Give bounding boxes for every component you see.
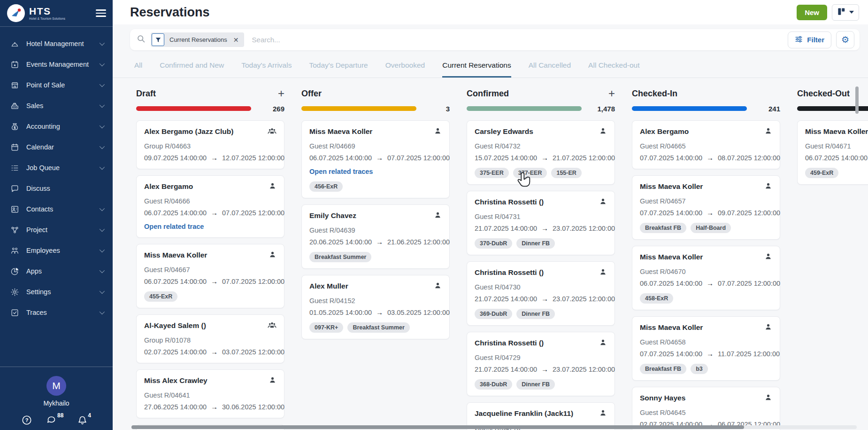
reservation-card[interactable]: Christina Rossetti ()Guest R/0472921.07.… [467,332,615,396]
arrow-right-icon: → [211,153,218,163]
reservation-card[interactable]: Christina Rossetti ()Guest R/0473121.07.… [467,191,615,255]
view-switcher-button[interactable] [832,4,859,21]
horizontal-scrollbar-thumb[interactable] [131,425,744,429]
tab-all[interactable]: All [134,61,142,78]
tag-badge: 458-ExR [640,293,673,304]
sidebar-item-calendar[interactable]: Calendar [0,137,113,157]
card-title: Miss Alex Crawley [144,376,207,385]
sidebar-item-settings[interactable]: Settings [0,281,113,302]
reservation-card[interactable]: Al-Kayed Salem ()Group R/0107802.07.2025… [136,314,284,363]
reservation-card[interactable]: Christina Rossetti ()Guest R/0473021.07.… [467,261,615,326]
person-icon [430,281,442,291]
chevron-down-icon [100,82,105,87]
sidebar-item-apps[interactable]: Apps [0,261,113,281]
reservation-card[interactable]: Miss Maeva KollerGuest R/0466706.07.2025… [136,244,284,308]
chevron-down-icon [100,206,105,211]
reservation-card[interactable]: Alex Bergamo (Jazz Club)Group R/0466309.… [136,120,284,169]
reservation-card[interactable]: Carsley EdwardsGuest R/0473215.07.2025 1… [467,120,615,185]
new-button[interactable]: New [797,5,827,20]
tab-current-reservations[interactable]: Current Reservations [442,61,511,78]
avatar[interactable]: M [46,376,66,396]
card-title: Miss Maeva Koller [144,250,207,259]
column-checked-out: Checked-OutMiss Maeva KollerGuest R/0467… [797,86,868,430]
tag-badge: Dinner FB [516,309,555,319]
tag-badge: Breakfast FB [640,223,686,233]
column-progress-bar[interactable] [467,106,582,111]
column-progress-bar[interactable] [632,106,747,111]
sidebar-item-job-queue[interactable]: Job Queue [0,157,113,178]
reservation-card[interactable]: Alex MullerGuest R/0415201.05.2025 14:00… [301,275,450,339]
reservation-card[interactable]: Alex BergamoGuest R/0466606.07.2025 14:0… [136,175,284,238]
card-title: Emily Chavez [309,211,356,220]
reservation-card[interactable]: Alex BergamoGuest R/0466507.07.2025 14:0… [632,120,780,169]
reservation-card[interactable]: Miss Maeva KollerGuest R/0467106.07.2025… [797,120,868,185]
add-card-button[interactable]: + [608,88,615,99]
open-related-trace-link[interactable]: Open related traces [309,167,442,176]
filter-button[interactable]: Filter [788,31,831,48]
notifications-icon[interactable]: 4 [77,415,91,425]
reservation-card[interactable]: Miss Maeva KollerGuest R/0467006.07.2025… [632,246,780,310]
help-icon[interactable]: ? [22,415,32,425]
arrow-right-icon: → [707,153,714,163]
card-title: Al-Kayed Salem () [144,321,206,330]
reservation-reference: Guest R/04669 [309,141,442,151]
tab-overbooked[interactable]: Overbooked [385,61,425,78]
sidebar-item-accounting[interactable]: Accounting [0,116,113,137]
tab-today-s-departure[interactable]: Today's Departure [309,61,368,78]
reservation-reference: Group R/04663 [144,141,277,151]
vertical-scrollbar-thumb[interactable] [855,86,859,114]
chip-close-icon[interactable]: ✕ [232,36,243,44]
group-icon [264,127,277,137]
sidebar-item-point-of-sale[interactable]: Point of Sale [0,75,113,95]
person-icon [595,127,607,137]
reservation-card[interactable]: Miss Maeva KollerGuest R/0465707.07.2025… [632,175,780,240]
search-input[interactable] [252,36,788,44]
messages-icon[interactable]: 88 [46,415,63,425]
reservation-reference: Guest R/04666 [144,196,277,206]
card-list: Alex Bergamo (Jazz Club)Group R/0466309.… [136,120,284,430]
tab-all-cancelled[interactable]: All Cancelled [529,61,571,78]
reservation-card[interactable]: Sonny HayesGuest R/0464502.07.2025 14:00… [632,387,780,430]
reservation-card[interactable]: Miss Alex CrawleyGuest R/0464127.06.2025… [136,369,284,418]
arrow-right-icon: → [541,224,548,233]
calendar-icon [10,142,19,152]
reservation-dates: 15.07.2025 14:00:00→21.07.2025 12:00:00 [475,153,607,163]
sidebar-item-sales[interactable]: Sales [0,95,113,116]
reservation-card[interactable]: Miss Maeva KollerGuest R/0466906.07.2025… [301,120,450,198]
chevron-down-icon [100,144,105,149]
add-card-button[interactable]: + [278,88,284,99]
column-progress-bar[interactable] [301,106,416,111]
sidebar-item-project[interactable]: Project [0,219,113,240]
tag-badge: Breakfast Summer [347,322,409,333]
tab-confirmed-and-new[interactable]: Confirmed and New [160,61,224,78]
sidebar-item-hotel-management[interactable]: Hotel Management [0,33,113,54]
reservation-card[interactable]: Emily ChavezGuest R/0463920.06.2025 14:0… [301,204,450,269]
column-header: Draft+ [136,86,284,101]
column-draft: Draft+269Alex Bergamo (Jazz Club)Group R… [136,86,284,430]
card-title: Alex Bergamo (Jazz Club) [144,127,233,136]
card-title: Miss Maeva Koller [309,127,372,136]
check-in-datetime: 21.07.2025 14:00:00 [475,365,537,374]
check-in-datetime: 20.06.2025 14:00:00 [309,237,372,247]
sidebar-item-traces[interactable]: Traces [0,302,113,323]
hamburger-menu-icon[interactable] [96,8,106,19]
tab-all-checked-out[interactable]: All Checked-out [588,61,639,78]
sidebar-item-label: Apps [26,267,42,275]
settings-gear-button[interactable]: ⚙ [836,31,854,48]
sidebar-item-contacts[interactable]: Contacts [0,199,113,219]
sidebar-item-discuss[interactable]: Discuss [0,178,113,199]
column-header: Checked-In [632,86,780,101]
open-related-trace-link[interactable]: Open related trace [144,222,277,231]
reservation-card[interactable]: Miss Maeva KollerGuest R/0465807.07.2025… [632,316,780,381]
arrow-right-icon: → [211,347,218,357]
column-progress-row: 3 [301,104,450,113]
tag-badge: Dinner FB [516,379,555,390]
reservation-reference: Guest R/04639 [309,226,442,235]
logo-row: HTS Hotel & Tourism Solutions [0,0,113,26]
sidebar-item-events-management[interactable]: Events Management [0,54,113,75]
sidebar-item-employees[interactable]: Employees [0,240,113,261]
tab-today-s-arrivals[interactable]: Today's Arrivals [241,61,292,78]
column-progress-bar[interactable] [136,106,251,111]
project-icon [10,225,19,235]
person-icon [595,197,607,207]
